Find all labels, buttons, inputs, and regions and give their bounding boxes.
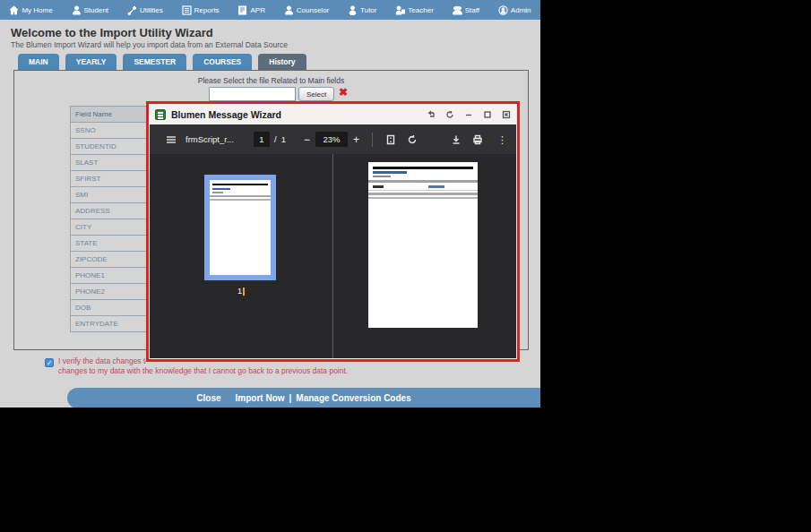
pdf-filename: frmScript_r... (185, 134, 243, 144)
page-title: Welcome to the Import Utility Wizard (11, 26, 213, 39)
table-row[interactable]: SFIRST (71, 171, 146, 187)
nav-staff[interactable]: Staff (453, 5, 479, 15)
manage-conversion-codes-button[interactable]: Manage Conversion Codes (296, 393, 410, 403)
undo-icon[interactable] (427, 110, 436, 119)
table-row[interactable]: PHONE1 (71, 268, 146, 284)
maximize-icon[interactable] (483, 110, 492, 119)
modal-inner: Blumen Message Wizard frmScript_r... 1 /… (149, 104, 517, 359)
page-view-panel (333, 154, 516, 358)
print-icon[interactable] (472, 134, 483, 145)
more-options-icon[interactable]: ⋮ (497, 138, 507, 142)
select-file-button[interactable]: Select (298, 87, 334, 101)
utilities-icon (127, 5, 137, 15)
doc-rule-1 (368, 180, 478, 183)
close-button[interactable]: Close (196, 393, 220, 403)
file-path-input[interactable] (209, 87, 296, 101)
doc-thin-rule (368, 190, 478, 191)
doc-header-bar (212, 184, 269, 185)
refresh-icon[interactable] (445, 110, 454, 119)
pdf-page[interactable] (368, 162, 478, 328)
nav-counselor[interactable]: Counselor (284, 5, 329, 15)
table-row[interactable]: CITY (71, 219, 146, 236)
doc-rule-2 (368, 193, 478, 195)
table-row[interactable]: SLAST (71, 155, 146, 171)
minimize-icon[interactable] (464, 110, 473, 119)
pdf-viewer-body: 1 (150, 154, 516, 358)
nav-utilities[interactable]: Utilities (127, 5, 163, 15)
text-caret (243, 287, 245, 296)
nav-label: Admin (511, 6, 531, 14)
tab-bar: MAIN YEARLY SEMESTER COURSES History (18, 54, 306, 70)
import-now-button[interactable]: Import Now (236, 393, 285, 403)
nav-my-home[interactable]: My Home (9, 5, 52, 15)
modal-titlebar[interactable]: Blumen Message Wizard (150, 105, 516, 124)
table-header-field-name: Field Name (71, 107, 146, 123)
nav-tutor[interactable]: Tutor (348, 5, 376, 15)
window-buttons (427, 110, 511, 119)
page-thumbnail-selected[interactable] (204, 175, 276, 280)
blumen-app-icon (155, 109, 166, 120)
toolbar-divider (372, 133, 373, 147)
file-select-prompt: Please Select the file Related to Main f… (14, 76, 528, 85)
nav-teacher[interactable]: Teacher (395, 5, 433, 15)
teacher-icon (395, 5, 405, 15)
menu-icon[interactable] (166, 134, 177, 145)
table-row[interactable]: ENTRYDATE (71, 316, 146, 332)
nav-label: APR (250, 6, 264, 14)
verify-checkbox[interactable]: ✓ (45, 358, 54, 367)
fit-page-icon[interactable] (385, 134, 396, 145)
doc-rule-3 (368, 197, 478, 199)
doc-title-line (212, 188, 230, 190)
doc-subtitle-line (212, 192, 223, 193)
reports-icon (182, 5, 192, 15)
apr-icon (237, 5, 247, 15)
footer-action-bar: Close Import Now | Manage Conversion Cod… (67, 388, 540, 408)
download-icon[interactable] (451, 134, 462, 145)
nav-label: Staff (465, 6, 479, 14)
toolbar-right-group: ⋮ (445, 134, 507, 145)
doc-subtitle-line (373, 176, 391, 177)
app-window: My Home Student Utilities Reports APR Co… (0, 0, 540, 408)
tab-yearly[interactable]: YEARLY (65, 54, 117, 70)
table-row[interactable]: PHONE2 (71, 284, 146, 300)
blumen-message-wizard-modal: Blumen Message Wizard frmScript_r... 1 /… (146, 101, 520, 362)
tab-courses[interactable]: COURSES (193, 54, 252, 70)
nav-label: Tutor (360, 6, 376, 14)
table-row[interactable]: ADDRESS (71, 203, 146, 219)
zoom-level-input[interactable]: 23% (315, 132, 348, 147)
nav-reports[interactable]: Reports (182, 5, 220, 15)
page-number-input[interactable]: 1 (254, 132, 270, 147)
table-row[interactable]: DOB (71, 300, 146, 316)
rotate-icon[interactable] (407, 134, 418, 145)
table-row[interactable]: ZIPCODE (71, 252, 146, 268)
tab-semester[interactable]: SEMESTER (123, 54, 186, 70)
table-row[interactable]: SSNO (71, 123, 146, 139)
verify-line-2: changes to my data with the knowledge th… (58, 366, 348, 375)
tab-history[interactable]: History (258, 54, 306, 70)
nav-student[interactable]: Student (72, 5, 109, 15)
close-icon[interactable] (502, 110, 511, 119)
nav-label: My Home (22, 6, 52, 14)
field-name-table: Field Name SSNO STUDENTID SLAST SFIRST S… (70, 106, 147, 332)
zoom-in-button[interactable]: + (348, 133, 365, 146)
table-row[interactable]: SMI (71, 187, 146, 203)
table-row[interactable]: STATE (71, 236, 146, 252)
nav-label: Reports (194, 6, 220, 14)
doc-rule-1 (210, 195, 271, 197)
nav-apr[interactable]: APR (237, 5, 264, 15)
page-separator: / (274, 134, 277, 144)
pdf-toolbar: frmScript_r... 1 / 1 − 23% + ⋮ (150, 124, 516, 154)
nav-label: Utilities (140, 6, 163, 14)
footer-separator: | (289, 393, 292, 403)
page-subtitle: The Blumen Import Wizard will help you i… (11, 40, 288, 49)
verify-line-1: I verify the data changes to (58, 356, 146, 366)
nav-admin[interactable]: Admin (498, 5, 531, 15)
tab-main[interactable]: MAIN (18, 54, 59, 70)
zoom-out-button[interactable]: − (298, 133, 315, 146)
nav-label: Student (84, 6, 109, 14)
tutor-icon (348, 5, 358, 15)
nav-label: Counselor (297, 6, 329, 14)
clear-file-icon[interactable]: ✖ (339, 86, 348, 99)
table-row[interactable]: STUDENTID (71, 139, 146, 155)
admin-icon (498, 5, 508, 15)
